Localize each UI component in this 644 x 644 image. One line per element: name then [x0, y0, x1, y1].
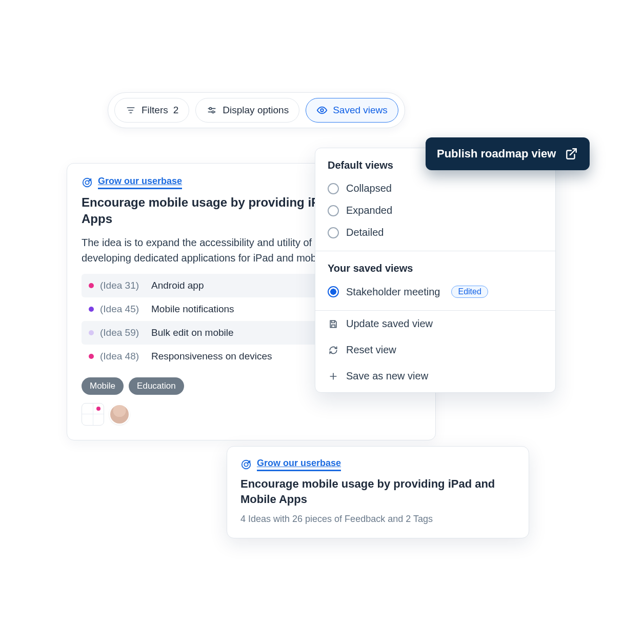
default-view-option[interactable]: Collapsed: [328, 177, 543, 199]
plus-icon: [328, 371, 339, 382]
status-dot: [89, 354, 94, 359]
svg-point-6: [212, 111, 214, 113]
priority-grid-chip[interactable]: [82, 403, 104, 426]
radio-icon: [328, 183, 339, 194]
filters-button[interactable]: Filters 2: [114, 98, 189, 123]
breadcrumb-link[interactable]: Grow our userbase: [98, 176, 182, 189]
tag[interactable]: Mobile: [82, 377, 124, 395]
reset-view-action[interactable]: Reset view: [315, 337, 555, 363]
card-title: Encourage mobile usage by providing iPad…: [240, 476, 515, 507]
card-meta: 4 Ideas with 26 pieces of Feedback and 2…: [240, 514, 515, 525]
default-view-option[interactable]: Expanded: [328, 199, 543, 222]
saved-views-button[interactable]: Saved views: [306, 98, 398, 123]
edited-badge: Edited: [451, 286, 488, 298]
target-icon: [82, 177, 93, 188]
publish-label: Publish roadmap view: [437, 147, 556, 160]
display-options-label: Display options: [223, 105, 289, 116]
saved-views-panel: Default views CollapsedExpandedDetailed …: [315, 148, 556, 393]
status-dot: [89, 283, 94, 288]
radio-icon: [328, 227, 339, 238]
target-icon: [240, 459, 252, 470]
svg-point-4: [210, 108, 212, 110]
idea-id: (Idea 59): [100, 327, 145, 338]
action-label: Update saved view: [346, 318, 433, 330]
chip-row: [82, 403, 421, 426]
option-label: Expanded: [346, 205, 392, 216]
idea-id: (Idea 45): [100, 304, 145, 315]
radio-icon: [328, 205, 339, 216]
stage: Filters 2 Display options Saved views Gr…: [0, 0, 644, 644]
filters-label: Filters: [142, 105, 168, 116]
avatar[interactable]: [109, 404, 130, 425]
save-icon: [328, 318, 339, 330]
filter-icon: [125, 105, 136, 116]
status-dot: [89, 307, 94, 312]
toolbar: Filters 2 Display options Saved views: [108, 92, 405, 128]
card-header: Grow our userbase: [240, 458, 515, 471]
save-as-new-view-action[interactable]: Save as new view: [315, 363, 555, 392]
summary-card: Grow our userbase Encourage mobile usage…: [227, 446, 529, 538]
filters-count: 2: [173, 105, 179, 116]
option-label: Collapsed: [346, 183, 392, 194]
your-views-heading: Your saved views: [328, 263, 543, 274]
status-dot: [89, 330, 94, 335]
tag[interactable]: Education: [129, 377, 184, 395]
external-link-icon: [564, 147, 578, 161]
option-label: Detailed: [346, 227, 384, 238]
your-views-section: Your saved views Stakeholder meetingEdit…: [315, 251, 555, 306]
action-label: Reset view: [346, 344, 396, 356]
radio-icon: [328, 286, 339, 297]
idea-id: (Idea 31): [100, 280, 145, 291]
display-options-button[interactable]: Display options: [195, 98, 299, 123]
eye-icon: [316, 105, 328, 116]
refresh-icon: [328, 345, 339, 356]
saved-view-option[interactable]: Stakeholder meetingEdited: [328, 280, 543, 303]
update-saved-view-action[interactable]: Update saved view: [315, 311, 555, 337]
default-view-option[interactable]: Detailed: [328, 222, 543, 244]
svg-point-7: [320, 109, 324, 112]
idea-name: Android app: [151, 280, 339, 291]
option-label: Stakeholder meeting: [346, 286, 440, 298]
saved-views-label: Saved views: [333, 105, 388, 116]
sliders-icon: [206, 105, 217, 116]
idea-id: (Idea 48): [100, 351, 145, 362]
action-label: Save as new view: [346, 370, 428, 382]
publish-roadmap-button[interactable]: Publish roadmap view: [426, 137, 590, 170]
breadcrumb-link[interactable]: Grow our userbase: [257, 458, 341, 471]
